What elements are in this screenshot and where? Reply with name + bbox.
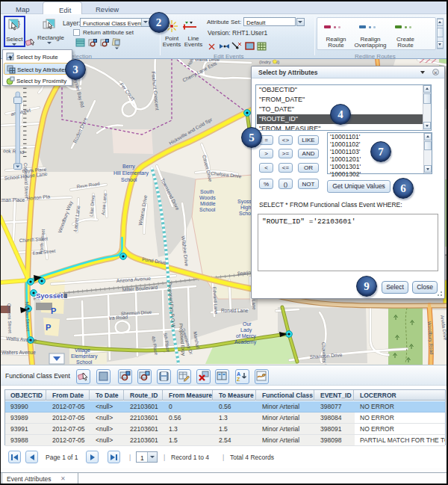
svg-text:Wallis Avenue: Wallis Avenue (6, 336, 37, 343)
svg-text:Woodbury Way: Woodbury Way (57, 200, 74, 233)
svg-text:A: A (237, 371, 240, 377)
svg-text:Cavert Drive: Cavert Drive (202, 155, 214, 183)
svg-text:P: P (46, 323, 51, 332)
svg-text:Woods: Woods (199, 195, 216, 200)
svg-text:Woodbury Road: Woodbury Road (427, 321, 435, 356)
svg-text:Walters Avenue: Walters Avenue (1, 350, 36, 355)
svg-text:Queens Street: Queens Street (7, 303, 13, 333)
svg-text:School: School (121, 177, 137, 182)
svg-text:Hill Elementary: Hill Elementary (113, 170, 149, 176)
svg-text:Middle: Middle (200, 201, 216, 206)
svg-text:School: School (76, 359, 93, 365)
svg-text:South: South (200, 189, 214, 194)
svg-text:man Place: man Place (1, 197, 25, 203)
svg-text:Z: Z (237, 377, 240, 382)
svg-text:of Mercy: of Mercy (236, 333, 256, 339)
svg-text:Wilshire Drive: Wilshire Drive (181, 235, 190, 267)
svg-text:Syosset: Syosset (36, 291, 63, 300)
svg-text:Village: Village (75, 347, 90, 353)
svg-text:Laurel Lane: Laurel Lane (72, 205, 81, 232)
svg-text:P: P (51, 306, 56, 315)
svg-text:Horton Pla: Horton Pla (26, 194, 50, 201)
svg-text:Our: Our (243, 321, 252, 327)
svg-text:Ronald Lane: Ronald Lane (221, 308, 249, 313)
svg-text:Nassau Street: Nassau Street (25, 302, 31, 332)
svg-text:High: High (240, 205, 252, 211)
svg-text:Elementary: Elementary (71, 353, 98, 359)
svg-text:Academy: Academy (234, 339, 257, 345)
svg-text:East Street: East Street (32, 248, 55, 256)
svg-text:School: School (199, 207, 216, 212)
svg-text:Berry: Berry (122, 164, 135, 170)
svg-text:}: } (18, 20, 20, 28)
svg-text:Arizona Avenue: Arizona Avenue (116, 276, 152, 283)
svg-text:Lady: Lady (240, 327, 252, 333)
svg-text:ook Road: ook Road (3, 148, 25, 155)
